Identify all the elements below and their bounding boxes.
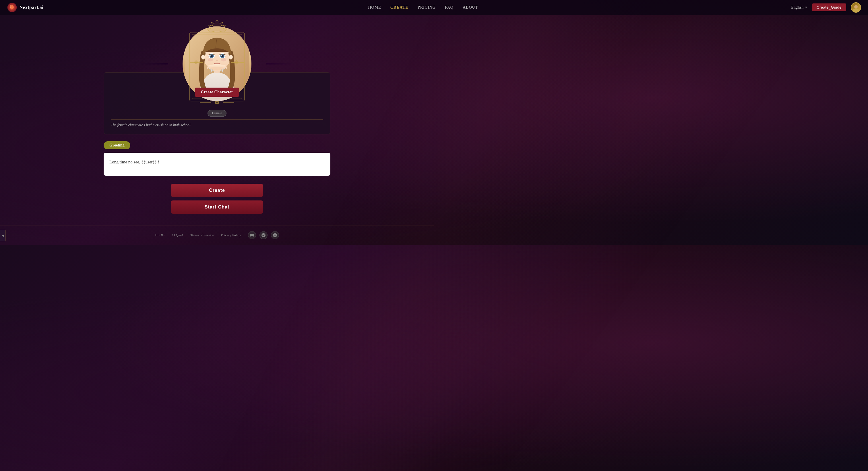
- nav-create[interactable]: CREATE: [391, 5, 408, 10]
- character-description: The female classmate I had a crush on in…: [111, 119, 323, 127]
- start-chat-button[interactable]: Start Chat: [171, 201, 263, 214]
- chevron-left-icon: ◄: [1, 234, 5, 238]
- footer-tos-link[interactable]: Terms of Service: [190, 233, 214, 237]
- main-content: Create Character Female The female class…: [0, 0, 434, 245]
- footer-privacy-link[interactable]: Privacy Policy: [221, 233, 241, 237]
- svg-point-26: [221, 55, 222, 56]
- nav-links: HOME CREATE PRICING FAQ ABOUT: [55, 5, 434, 10]
- footer-aiqa-link[interactable]: AI Q&A: [172, 233, 183, 237]
- svg-point-27: [208, 58, 213, 61]
- nav-home[interactable]: HOME: [368, 5, 381, 10]
- greeting-tag: Greeting: [104, 141, 130, 149]
- create-button[interactable]: Create: [171, 184, 263, 197]
- greeting-text: Long time no see, {{user}} !: [110, 158, 324, 166]
- logo[interactable]: Nextpart.ai: [7, 2, 43, 12]
- social-icons: [248, 231, 279, 239]
- nav-pricing[interactable]: PRICING: [417, 5, 434, 10]
- svg-point-28: [221, 58, 226, 61]
- footer: BLOG AI Q&A Terms of Service Privacy Pol…: [0, 225, 434, 245]
- frame-bar-right: [266, 64, 294, 64]
- discord-icon[interactable]: [248, 231, 256, 239]
- greeting-box: Long time no see, {{user}} !: [104, 153, 330, 176]
- greeting-section: Greeting Long time no see, {{user}} !: [104, 141, 330, 176]
- logo-text: Nextpart.ai: [20, 5, 43, 10]
- action-buttons: Create Start Chat: [0, 184, 434, 214]
- frame-bar-left: [140, 64, 168, 64]
- navbar: Nextpart.ai HOME CREATE PRICING FAQ ABOU…: [0, 0, 434, 15]
- reddit-icon[interactable]: [271, 231, 279, 239]
- svg-point-30: [229, 55, 233, 59]
- svg-point-29: [201, 55, 205, 59]
- sidebar-toggle-button[interactable]: ◄: [0, 230, 6, 241]
- gender-badge: Female: [208, 110, 226, 117]
- character-section: Create Character Female The female class…: [0, 15, 434, 135]
- footer-blog-link[interactable]: BLOG: [155, 233, 164, 237]
- telegram-icon[interactable]: [259, 231, 268, 239]
- create-character-button[interactable]: Create Character: [195, 88, 239, 97]
- logo-icon: [7, 2, 17, 12]
- svg-point-21: [210, 55, 212, 56]
